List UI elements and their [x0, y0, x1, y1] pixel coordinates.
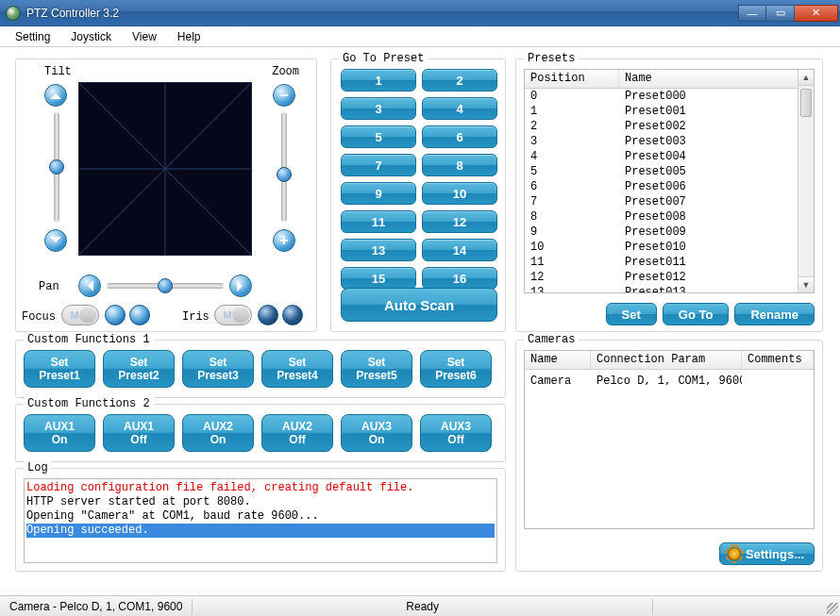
cameras-col-conn[interactable]: Connection Param	[591, 351, 742, 369]
goto-preset-4[interactable]: 4	[422, 97, 497, 120]
zoom-in-button[interactable]	[273, 229, 295, 252]
iris-mode-toggle[interactable]: M	[214, 305, 252, 325]
focus-mode-toggle[interactable]: M	[61, 305, 99, 325]
goto-preset-11[interactable]: 11	[341, 210, 416, 233]
goto-preset-1[interactable]: 1	[341, 69, 416, 92]
scroll-up-button[interactable]: ▲	[798, 70, 814, 86]
goto-preset-8[interactable]: 8	[422, 154, 497, 176]
preset-rename-button[interactable]: Rename	[734, 303, 815, 325]
goto-preset-2[interactable]: 2	[422, 69, 497, 92]
presets-scrollbar[interactable]: ▲ ▼	[798, 70, 814, 292]
tilt-slider-knob[interactable]	[49, 159, 64, 175]
goto-preset-panel: Go To Preset 12345678910111213141516 Aut…	[330, 58, 506, 332]
log-textarea[interactable]: Loading configuration file failed, creat…	[24, 478, 497, 563]
scroll-thumb[interactable]	[800, 89, 812, 117]
camera-row[interactable]: CameraPelco D, 1, COM1, 9600	[525, 370, 814, 385]
pan-left-button[interactable]	[78, 275, 101, 297]
pan-right-button[interactable]	[229, 275, 252, 297]
cf2-button-2[interactable]: AUX1 Off	[103, 414, 175, 452]
cameras-label: Cameras	[524, 333, 579, 346]
goto-preset-16[interactable]: 16	[422, 267, 497, 290]
goto-preset-label: Go To Preset	[339, 52, 428, 65]
status-bar: Camera - Pelco D, 1, COM1, 9600 Ready	[0, 595, 840, 616]
focus-near-button[interactable]	[105, 305, 126, 325]
cameras-col-name[interactable]: Name	[525, 351, 591, 369]
menu-help[interactable]: Help	[168, 28, 210, 45]
goto-preset-5[interactable]: 5	[341, 125, 416, 148]
goto-preset-7[interactable]: 7	[341, 154, 416, 176]
goto-preset-6[interactable]: 6	[422, 125, 497, 148]
iris-close-button[interactable]	[282, 305, 303, 325]
cf2-button-5[interactable]: AUX3 On	[341, 414, 412, 452]
presets-table[interactable]: Position Name 0Preset0001Preset0012Prese…	[524, 69, 815, 293]
zoom-slider-knob[interactable]	[277, 167, 292, 182]
preset-row[interactable]: 1Preset001	[525, 104, 814, 119]
resize-grip[interactable]	[823, 599, 840, 616]
status-left: Camera - Pelco D, 1, COM1, 9600	[0, 600, 192, 613]
focus-far-button[interactable]	[129, 305, 150, 325]
tilt-up-button[interactable]	[44, 84, 67, 107]
menu-view[interactable]: View	[123, 28, 166, 45]
preset-row[interactable]: 4Preset004	[525, 149, 814, 164]
zoom-out-button[interactable]	[273, 84, 295, 107]
cf1-button-1[interactable]: Set Preset1	[24, 350, 95, 388]
log-line: Loading configuration file failed, creat…	[26, 481, 495, 495]
custom-functions-1: Custom Functions 1 Set Preset1Set Preset…	[15, 340, 506, 398]
menu-joystick[interactable]: Joystick	[61, 28, 121, 45]
goto-preset-13[interactable]: 13	[341, 239, 416, 261]
gear-icon	[728, 547, 741, 560]
cf2-button-4[interactable]: AUX2 Off	[261, 414, 333, 452]
log-label: Log	[24, 461, 52, 474]
preset-row[interactable]: 12Preset012	[525, 270, 814, 285]
cf1-button-4[interactable]: Set Preset4	[261, 350, 333, 388]
cf2-button-6[interactable]: AUX3 Off	[420, 414, 492, 452]
cf1-button-2[interactable]: Set Preset2	[103, 350, 175, 388]
status-ready: Ready	[193, 600, 652, 613]
close-button[interactable]: ✕	[795, 5, 838, 22]
preset-row[interactable]: 9Preset009	[525, 225, 814, 240]
ptz-panel: Tilt Zoom Pan Foc	[15, 58, 317, 332]
preset-set-button[interactable]: Set	[606, 303, 657, 325]
custom-functions-2: Custom Functions 2 AUX1 OnAUX1 OffAUX2 O…	[15, 404, 506, 462]
preset-row[interactable]: 0Preset000	[525, 89, 814, 104]
preset-row[interactable]: 5Preset005	[525, 164, 814, 179]
cameras-settings-button[interactable]: Settings...	[719, 542, 815, 565]
preset-row[interactable]: 11Preset011	[525, 255, 814, 270]
tilt-down-button[interactable]	[44, 229, 67, 252]
presets-col-position[interactable]: Position	[525, 70, 619, 88]
preset-row[interactable]: 3Preset003	[525, 134, 814, 149]
preset-row[interactable]: 7Preset007	[525, 194, 814, 209]
goto-preset-3[interactable]: 3	[341, 97, 416, 120]
cf2-button-3[interactable]: AUX2 On	[182, 414, 254, 452]
pan-slider-knob[interactable]	[158, 278, 173, 293]
scroll-down-button[interactable]: ▼	[798, 276, 814, 292]
cameras-col-comm[interactable]: Comments	[742, 351, 814, 369]
maximize-button[interactable]: ▭	[766, 5, 795, 22]
iris-open-button[interactable]	[258, 305, 278, 325]
log-line: HTTP server started at port 8080.	[26, 495, 495, 509]
preset-row[interactable]: 10Preset010	[525, 240, 814, 255]
menu-setting[interactable]: Setting	[6, 28, 59, 45]
goto-preset-12[interactable]: 12	[422, 210, 497, 233]
preset-row[interactable]: 13Preset013	[525, 285, 814, 292]
titlebar: PTZ Controller 3.2 — ▭ ✕	[0, 0, 840, 26]
cf2-button-1[interactable]: AUX1 On	[24, 414, 95, 452]
cameras-table[interactable]: Name Connection Param Comments CameraPel…	[524, 350, 815, 529]
preset-row[interactable]: 2Preset002	[525, 119, 814, 134]
goto-preset-9[interactable]: 9	[341, 182, 416, 205]
cf1-button-3[interactable]: Set Preset3	[182, 350, 254, 388]
cf1-button-6[interactable]: Set Preset6	[420, 350, 492, 388]
goto-preset-10[interactable]: 10	[422, 182, 497, 205]
presets-col-name[interactable]: Name	[619, 70, 814, 88]
focus-label: Focus	[22, 310, 56, 324]
preset-row[interactable]: 6Preset006	[525, 179, 814, 194]
goto-preset-14[interactable]: 14	[422, 239, 497, 261]
minimize-button[interactable]: —	[738, 5, 766, 22]
preset-row[interactable]: 8Preset008	[525, 209, 814, 225]
cameras-panel: Cameras Name Connection Param Comments C…	[515, 340, 823, 572]
auto-scan-button[interactable]: Auto Scan	[341, 288, 497, 322]
preset-goto-button[interactable]: Go To	[663, 303, 730, 325]
joystick-view[interactable]	[78, 82, 252, 256]
goto-preset-15[interactable]: 15	[341, 267, 416, 290]
cf1-button-5[interactable]: Set Preset5	[341, 350, 412, 388]
